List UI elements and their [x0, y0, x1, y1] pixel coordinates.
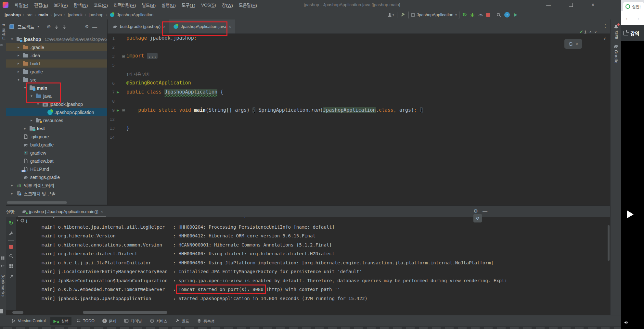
stripe-project-label[interactable]: 프로젝트 — [1, 24, 6, 41]
tree-item-idea[interactable]: ▸ .idea — [6, 51, 107, 59]
menu-run[interactable]: 실행(U) — [159, 2, 179, 8]
toolwindow-terminal[interactable]: 터미널 — [121, 317, 145, 325]
tree-item-gradle[interactable]: ▸ gradle — [6, 68, 107, 76]
menu-tools[interactable]: 도구(T) — [179, 2, 198, 8]
run-main-gutter-icon[interactable]: ▶ — [115, 108, 121, 112]
build-hammer-icon[interactable] — [400, 12, 406, 18]
tree-item-jpashop-application[interactable]: JpashopApplication — [6, 108, 107, 116]
breadcrumb-item[interactable]: main — [38, 12, 48, 17]
tree-item-gradle-cache[interactable]: ▸ .gradle — [6, 43, 107, 51]
expand-all-icon[interactable] — [54, 24, 59, 29]
stop-button[interactable] — [486, 13, 490, 17]
fold-marker-icon[interactable]: ⊞ — [121, 108, 126, 112]
run-tab[interactable]: jpashop [:JpashopApplication.main()] × — [22, 209, 103, 214]
chevron-down-icon[interactable]: ∨ — [603, 36, 606, 41]
project-panel-title[interactable]: 프로젝트 — [18, 23, 34, 30]
menu-file[interactable]: 파일(F) — [12, 2, 31, 8]
rerun-application-button[interactable]: ↻ — [462, 12, 467, 18]
vertical-scrollbar[interactable] — [608, 225, 610, 261]
menu-edit[interactable]: 편집(E) — [31, 2, 51, 8]
breadcrumb-item-class[interactable]: JpashopApplication — [117, 12, 154, 17]
menu-window[interactable]: 창(W) — [219, 2, 236, 8]
tree-item-external-libraries[interactable]: ▸ 외부 라이브러리 — [6, 181, 107, 189]
next-arrow-icon[interactable]: ∨ — [594, 30, 597, 34]
breadcrumb-item[interactable]: jpabook — [68, 12, 83, 17]
tree-item-build[interactable]: ▸ build — [6, 59, 107, 68]
scrollbar-thumb[interactable] — [83, 311, 167, 314]
hide-panel-icon[interactable]: — — [92, 24, 97, 30]
toolwindow-version-control[interactable]: Version Control — [8, 317, 48, 324]
search-everywhere-icon[interactable] — [496, 12, 501, 18]
menu-navigate[interactable]: 탐색(N) — [71, 2, 91, 8]
browser-tab[interactable]: 실전! — [623, 2, 644, 11]
tab-build-gradle[interactable]: build.gradle (jpashop) × — [109, 19, 169, 33]
hide-panel-icon[interactable]: — — [483, 208, 487, 214]
chevron-right-icon[interactable]: ▸ — [16, 53, 21, 57]
scroll-to-end-button[interactable] — [473, 214, 482, 222]
tree-item-resources[interactable]: ▸ resources — [6, 116, 107, 124]
maximize-button[interactable] — [563, 0, 578, 10]
tree-item-help-md[interactable]: MD HELP.md — [6, 165, 107, 173]
chevron-down-icon[interactable]: ▾ — [38, 25, 39, 28]
chevron-down-icon[interactable]: ▾ — [9, 37, 15, 41]
usage-hint[interactable]: 1개 사용 위치 — [126, 71, 149, 77]
close-icon[interactable]: × — [575, 42, 578, 46]
chevron-down-icon[interactable]: ▾ — [35, 102, 41, 106]
tab-jpashop-application[interactable]: JpashopApplication.java × — [169, 19, 235, 33]
back-icon[interactable]: ← — [625, 15, 630, 21]
toolwindow-dependencies[interactable]: 종속성 — [194, 317, 218, 325]
stripe-bookmarks-label[interactable]: Bookmarks — [1, 274, 5, 297]
minimize-button[interactable]: — — [541, 0, 556, 10]
toolwindow-run[interactable]: ▶ 실행 — [50, 317, 71, 325]
wrench-icon[interactable] — [9, 230, 14, 236]
close-icon[interactable]: × — [101, 209, 103, 214]
toolwindow-todo[interactable]: TODO — [73, 317, 97, 324]
play-services-icon[interactable] — [513, 12, 518, 18]
menu-help[interactable]: 도움말(H) — [236, 2, 260, 8]
debug-button[interactable] — [470, 12, 475, 18]
collapse-all-icon[interactable] — [62, 24, 67, 29]
update-project-icon[interactable]: ↑ — [504, 12, 510, 18]
fold-marker-icon[interactable]: ⊞ — [121, 54, 126, 58]
chevron-down-icon[interactable]: ▾ — [22, 86, 28, 90]
menu-vcs[interactable]: VCS(S) — [198, 3, 219, 7]
pin-icon[interactable] — [9, 273, 14, 279]
external-link-icon[interactable] — [624, 31, 628, 35]
code-with-me-icon[interactable]: ▾ — [387, 12, 394, 18]
chevron-right-icon[interactable]: ▸ — [9, 183, 15, 187]
menu-build[interactable]: 빌드(B) — [139, 2, 159, 8]
menu-view[interactable]: 보기(V) — [51, 2, 71, 8]
chevron-down-icon[interactable]: ▾ — [16, 78, 21, 82]
breadcrumb-item[interactable]: src — [27, 12, 32, 17]
speaker-icon[interactable] — [624, 319, 629, 325]
chevron-down-icon[interactable]: ▾ — [17, 218, 19, 222]
breadcrumb-item[interactable]: java — [54, 12, 62, 17]
run-configuration-select[interactable]: JpashopApplication ▾ — [408, 11, 459, 19]
stripe-notifications[interactable]: 알림 — [611, 24, 622, 39]
find-icon[interactable] — [9, 253, 14, 259]
close-button[interactable]: × — [586, 0, 600, 10]
tree-item-src[interactable]: ▾ src — [6, 76, 107, 84]
favorites-stripe-icon[interactable] — [1, 263, 5, 269]
tree-item-test[interactable]: ▸ test — [6, 124, 107, 133]
tree-item-scratches[interactable]: ▸ 스크래치 및 콘솔 — [6, 189, 107, 197]
horizontal-scrollbar[interactable] — [7, 201, 67, 204]
chevron-right-icon[interactable]: ▸ — [22, 126, 28, 131]
tree-item-gradlew-bat[interactable]: gradlew.bat — [6, 157, 107, 165]
chevron-down-icon[interactable]: ▾ — [29, 94, 34, 98]
tree-item-package[interactable]: ▾ jpabook.jpashop — [6, 100, 107, 108]
tree-item-project-root[interactable]: ▾ jpashop C:₩Users₩iui96₩Desktop₩Spri — [6, 35, 107, 43]
profiler-button[interactable] — [478, 12, 483, 18]
settings-gear-icon[interactable]: ⚙ — [85, 24, 89, 30]
layout-grid-icon[interactable] — [9, 263, 14, 269]
rerun-icon[interactable]: ↻ — [9, 220, 13, 226]
chevron-right-icon[interactable]: ▸ — [16, 61, 21, 66]
chevron-right-icon[interactable]: ▸ — [29, 118, 34, 122]
tree-item-build-gradle[interactable]: build.gradle — [6, 141, 107, 149]
more-options-icon[interactable]: ⋮ — [603, 23, 608, 29]
breadcrumb-item[interactable]: jpashop — [5, 12, 21, 17]
video-play-icon[interactable] — [627, 210, 634, 218]
structure-stripe-icon[interactable] — [1, 255, 5, 261]
chevron-right-icon[interactable]: ▸ — [16, 45, 21, 49]
menu-refactor[interactable]: 리팩터링(R) — [111, 2, 139, 8]
